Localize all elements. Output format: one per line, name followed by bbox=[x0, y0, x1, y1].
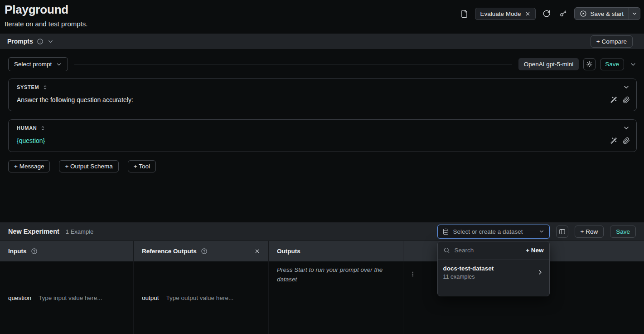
experiment-title: New Experiment bbox=[8, 228, 59, 235]
inputs-header-label: Inputs bbox=[8, 248, 27, 255]
prompt-save-button[interactable]: Save bbox=[600, 59, 624, 70]
chevron-down-icon[interactable] bbox=[623, 124, 630, 132]
save-start-button[interactable]: Save & start bbox=[575, 8, 629, 20]
human-message-body: {question} bbox=[17, 135, 630, 146]
compare-button[interactable]: + Compare bbox=[591, 35, 633, 48]
model-selector-button[interactable]: OpenAI gpt-5-mini bbox=[518, 58, 579, 70]
system-message-text[interactable]: Answer the following question accurately… bbox=[17, 96, 610, 103]
human-message-block: HUMAN {question} bbox=[8, 119, 637, 152]
model-settings-button[interactable] bbox=[583, 58, 596, 70]
input-cell: question Type input value here... bbox=[0, 261, 134, 334]
role-label: SYSTEM bbox=[17, 84, 39, 90]
chevron-down-icon bbox=[538, 228, 545, 235]
prompts-bar: Prompts + Compare bbox=[0, 34, 644, 49]
save-start-split-button: Save & start bbox=[574, 7, 640, 20]
play-circle-icon bbox=[580, 10, 587, 17]
chevron-right-icon bbox=[537, 269, 544, 276]
dataset-select-wrap: Select or create a dataset + New bbox=[437, 225, 550, 239]
dataset-item-text: docs-test-dataset 11 examples bbox=[443, 265, 537, 280]
dots-vertical-icon bbox=[409, 270, 416, 278]
outputs-header: Outputs bbox=[269, 241, 403, 261]
system-message-header: SYSTEM bbox=[17, 84, 630, 91]
system-message-block: SYSTEM Answer the following question acc… bbox=[8, 79, 637, 111]
select-prompt-label: Select prompt bbox=[14, 61, 52, 68]
human-message-header: HUMAN bbox=[17, 124, 630, 132]
add-message-button[interactable]: + Message bbox=[8, 160, 50, 172]
outputs-hint: Press Start to run your prompt over the … bbox=[277, 265, 385, 284]
add-output-schema-button[interactable]: + Output Schema bbox=[59, 160, 118, 172]
wand-button[interactable] bbox=[610, 96, 617, 103]
dataset-dropdown: + New docs-test-dataset 11 examples bbox=[437, 241, 550, 296]
select-prompt-dropdown[interactable]: Select prompt bbox=[8, 57, 68, 71]
system-message-actions bbox=[610, 96, 630, 103]
dataset-search-input[interactable] bbox=[454, 246, 523, 254]
reference-outputs-header-label: Reference Outputs bbox=[142, 248, 197, 255]
reorder-icon[interactable] bbox=[42, 84, 48, 90]
example-count: 1 Example bbox=[66, 228, 93, 235]
attach-button[interactable] bbox=[623, 137, 630, 144]
input-key-label: question bbox=[8, 295, 31, 301]
refresh-icon bbox=[542, 10, 551, 18]
toolbar-divider bbox=[74, 64, 512, 64]
refresh-button[interactable] bbox=[541, 8, 552, 20]
reorder-icon[interactable] bbox=[40, 125, 46, 131]
document-button[interactable] bbox=[458, 8, 470, 20]
chevron-down-icon bbox=[56, 61, 62, 68]
paperclip-icon bbox=[623, 96, 630, 103]
row-menu-button[interactable] bbox=[409, 270, 416, 278]
page-header: Playground Iterate on and test prompts. … bbox=[0, 0, 644, 34]
page-header-left: Playground Iterate on and test prompts. bbox=[5, 3, 87, 28]
outputs-header-label: Outputs bbox=[277, 248, 300, 255]
search-icon bbox=[443, 247, 450, 254]
dataset-list-item[interactable]: docs-test-dataset 11 examples bbox=[438, 260, 549, 285]
document-icon bbox=[460, 10, 469, 18]
wand-button[interactable] bbox=[610, 137, 617, 144]
attach-button[interactable] bbox=[623, 96, 630, 103]
new-dataset-button[interactable]: + New bbox=[526, 247, 543, 254]
evaluate-mode-chip[interactable]: Evaluate Mode bbox=[475, 8, 536, 20]
gear-icon bbox=[586, 61, 593, 68]
page-subtitle: Iterate on and test prompts. bbox=[5, 20, 87, 28]
close-icon[interactable] bbox=[525, 11, 531, 17]
reference-output-key-label: output bbox=[142, 295, 159, 301]
close-icon bbox=[254, 248, 260, 254]
save-start-menu-button[interactable] bbox=[629, 8, 640, 20]
wand-icon bbox=[610, 137, 617, 144]
system-message-body: Answer the following question accurately… bbox=[17, 94, 630, 105]
page-title: Playground bbox=[5, 3, 87, 17]
dataset-select-placeholder: Select or create a dataset bbox=[453, 228, 534, 235]
help-icon[interactable] bbox=[201, 248, 208, 255]
human-message-actions bbox=[610, 137, 630, 144]
human-message-text[interactable]: {question} bbox=[17, 137, 610, 144]
experiment-save-button[interactable]: Save bbox=[610, 226, 636, 238]
chevron-down-icon[interactable] bbox=[47, 38, 54, 45]
prompt-add-actions: + Message + Output Schema + Tool bbox=[8, 160, 637, 172]
key-icon bbox=[559, 10, 567, 18]
chevron-down-icon[interactable] bbox=[623, 84, 630, 91]
chevron-down-icon bbox=[631, 10, 638, 17]
evaluate-mode-label: Evaluate Mode bbox=[480, 10, 521, 17]
prompt-collapse-chevron[interactable] bbox=[629, 61, 637, 68]
reference-output-value-field[interactable]: Type output value here... bbox=[166, 295, 234, 301]
remove-reference-outputs-button[interactable] bbox=[254, 248, 260, 254]
save-start-label: Save & start bbox=[590, 10, 624, 17]
inputs-header: Inputs bbox=[0, 241, 134, 261]
dataset-example-count: 11 examples bbox=[443, 274, 537, 280]
prompt-toolbar: Select prompt OpenAI gpt-5-mini Save bbox=[8, 57, 637, 71]
add-tool-button[interactable]: + Tool bbox=[128, 160, 156, 172]
reference-output-cell: output Type output value here... bbox=[134, 261, 269, 334]
database-icon bbox=[442, 228, 449, 235]
columns-button[interactable] bbox=[556, 226, 568, 238]
input-value-field[interactable]: Type input value here... bbox=[39, 295, 102, 301]
dataset-select-button[interactable]: Select or create a dataset bbox=[437, 225, 550, 239]
prompt-editor: Select prompt OpenAI gpt-5-mini Save SYS… bbox=[0, 49, 644, 172]
experiment-bar-left: New Experiment 1 Example bbox=[8, 228, 93, 235]
outputs-cell: Press Start to run your prompt over the … bbox=[269, 261, 403, 334]
add-row-button[interactable]: + Row bbox=[575, 226, 604, 238]
prompts-bar-left: Prompts bbox=[7, 38, 54, 45]
experiment-bar: New Experiment 1 Example Select or creat… bbox=[0, 222, 644, 241]
help-icon[interactable] bbox=[31, 248, 38, 255]
info-icon[interactable] bbox=[37, 38, 44, 45]
columns-icon bbox=[559, 228, 566, 235]
api-key-button[interactable] bbox=[557, 8, 569, 20]
